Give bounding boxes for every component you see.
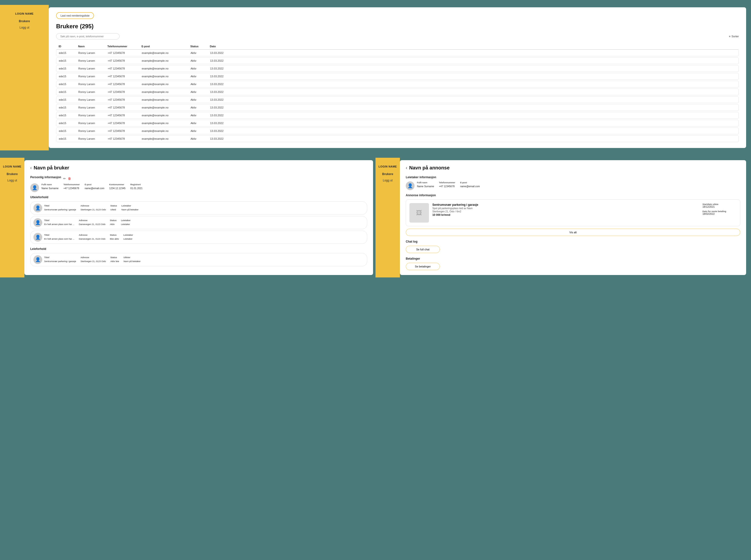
listing-status-val: Aktiv leie	[110, 260, 119, 263]
col-id: ID	[59, 45, 78, 48]
back-title-right: ‹ Navn på annonse	[406, 165, 740, 171]
edit-icon[interactable]: ✏	[63, 177, 66, 180]
chat-log-title: Chat log	[406, 240, 740, 243]
top-panel: LOGIN NAME Brukere Logg ut Last ned remi…	[0, 0, 751, 158]
delete-icon[interactable]: 🗑	[68, 177, 71, 180]
table-cell: Ronny Larsen	[78, 106, 108, 109]
see-chat-button[interactable]: Se full chat	[406, 246, 440, 253]
table-cell: 13.03.2022	[210, 106, 239, 109]
detail-sidebar-left-brukere[interactable]: Brukere	[6, 172, 18, 176]
ad-sub1: Spot på parkeringsplass leid av Navn	[432, 207, 699, 210]
next-payment-block: Dato for neste betaling 18/02/2022	[702, 210, 737, 215]
table-row[interactable]: ede15Ronny Larsen+47 12345678example@exa…	[56, 112, 739, 119]
listing-address-val: Dansevegen 21, 0123 Oslo	[79, 238, 105, 240]
listing-title-col: Tittel En helt annen plass som har ...	[44, 234, 74, 241]
listing-tenant-val: Leietaker	[123, 238, 133, 240]
table-row[interactable]: ede15Ronny Larsen+47 12345678example@exa…	[56, 81, 739, 87]
phone-value: +47 12345678	[63, 187, 79, 190]
personal-info-section: Personlig informasjon ✏ 🗑 👤 Fullt navn N…	[30, 176, 367, 192]
table-row[interactable]: ede15Ronny Larsen+47 12345678example@exa…	[56, 88, 739, 95]
table-cell: 13.03.2022	[210, 67, 239, 70]
table-cell: 13.03.2022	[210, 83, 239, 85]
table-cell: ede15	[59, 122, 78, 125]
see-payments-button[interactable]: Se betalinger	[406, 263, 440, 270]
listing-avatar: 👤	[34, 218, 42, 227]
detail-sidebar-right: LOGIN NAME Brukere Logg ut	[376, 158, 400, 277]
table-row[interactable]: ede15Ronny Larsen+47 12345678example@exa…	[56, 65, 739, 72]
table-row[interactable]: ede15Ronny Larsen+47 12345678example@exa…	[56, 120, 739, 126]
listing-title-label: Tittel	[44, 219, 74, 222]
leietaker-email-label: E-post	[460, 181, 480, 184]
listing-status-col: Status Ikke aktiv	[110, 234, 119, 241]
back-arrow-right[interactable]: ‹	[406, 165, 407, 171]
table-row[interactable]: ede15Ronny Larsen+47 12345678example@exa…	[56, 127, 739, 134]
detail-sidebar-right-brukere[interactable]: Brukere	[382, 172, 393, 176]
listing-cols: Tittel Sentrumsnær parkering i garasje A…	[44, 256, 364, 263]
sidebar-link-brukere[interactable]: Brukere	[19, 20, 30, 23]
back-title-left: ‹ Navn på bruker	[30, 165, 367, 171]
personal-info-row: 👤 Fullt navn Name Surname Telefonnummer …	[30, 183, 367, 192]
email-label: E-post	[85, 183, 104, 186]
leieforhold-row[interactable]: 👤 Tittel Sentrumsnær parkering i garasje…	[30, 253, 367, 266]
col-dato: Dato	[210, 45, 239, 48]
leietaker-phone-value: +47 12345678	[439, 185, 455, 188]
view-all-button[interactable]: Vis alt	[406, 229, 740, 236]
table-cell: Ronny Larsen	[78, 114, 108, 117]
table-row[interactable]: ede15Ronny Larsen+47 12345678example@exa…	[56, 73, 739, 80]
table-row[interactable]: ede15Ronny Larsen+47 12345678example@exa…	[56, 104, 739, 111]
table-cell: +47 12345678	[108, 83, 142, 85]
registered-value: 01.01.2021	[130, 187, 142, 190]
table-cell: 13.03.2022	[210, 114, 239, 117]
table-row[interactable]: ede15Ronny Larsen+47 12345678example@exa…	[56, 96, 739, 103]
listing-title-col: Tittel Sentrumsnær parkering i garasje	[44, 256, 76, 263]
leietaker-email-value: name@email.com	[460, 185, 480, 188]
listing-address-col: Adresse Stertivegen 21, 0123 Oslo	[80, 204, 106, 212]
table-rows: ede15Ronny Larsen+47 12345678example@exa…	[56, 49, 739, 142]
utleieforhold-row[interactable]: 👤 Tittel En helt annen plass som har ...…	[30, 216, 367, 229]
listing-tenant-label: Leietaker	[123, 234, 133, 236]
listing-tenant-label: Leietaker	[121, 204, 139, 207]
registered-label: Registrert	[130, 183, 142, 186]
listing-status-col: Status Aktiv leie	[110, 256, 119, 263]
listing-address-label: Adresse	[79, 234, 105, 236]
table-cell: +47 12345678	[108, 52, 142, 54]
listing-avatar: 👤	[34, 255, 42, 264]
utleieforhold-row[interactable]: 👤 Tittel Sentrumsnær parkering i garasje…	[30, 201, 367, 215]
leietaker-info-row: 👤 Fullt navn Name Surname Telefonnummer …	[406, 181, 740, 190]
table-row[interactable]: ede15Ronny Larsen+47 12345678example@exa…	[56, 57, 739, 64]
table-cell: ede15	[59, 137, 78, 140]
table-cell: ede15	[59, 98, 78, 101]
sort-button[interactable]: ≡ Sorter	[729, 35, 739, 38]
table-cell: Ronny Larsen	[78, 67, 108, 70]
table-cell: +47 12345678	[108, 122, 142, 125]
table-cell: example@example.no	[142, 91, 191, 93]
leietaker-avatar: 👤	[406, 181, 415, 190]
table-cell: Aktiv	[191, 129, 210, 133]
table-cell: example@example.no	[142, 83, 191, 85]
ad-sub2: Stertivegen 21, Oslo / 6m2	[432, 210, 699, 213]
load-remittering-button[interactable]: Last ned remiteringsliste	[56, 12, 94, 19]
back-arrow-left[interactable]: ‹	[30, 165, 32, 171]
table-cell: Aktiv	[191, 67, 210, 70]
detail-sidebar-left-loggut[interactable]: Logg ut	[7, 179, 17, 182]
table-cell: ede15	[59, 129, 78, 133]
utleieforhold-row[interactable]: 👤 Tittel En helt annen plass som har ...…	[30, 231, 367, 244]
sidebar-link-loggut[interactable]: Logg ut	[20, 26, 29, 29]
table-row[interactable]: ede15Ronny Larsen+47 12345678example@exa…	[56, 49, 739, 56]
leietaker-phone-col: Telefonnummer +47 12345678	[439, 181, 455, 188]
table-cell: Aktiv	[191, 106, 210, 109]
start-date-label: Startdato utleie	[702, 203, 737, 205]
table-cell: +47 12345678	[108, 106, 142, 109]
search-input[interactable]	[56, 33, 119, 40]
annonse-info-title: Annonse informasjon	[406, 194, 740, 197]
table-row[interactable]: ede15Ronny Larsen+47 12345678example@exa…	[56, 135, 739, 142]
table-cell: example@example.no	[142, 137, 191, 140]
detail-sidebar-right-loggut[interactable]: Logg ut	[383, 179, 392, 182]
listing-tenant-col: Leietaker Leietaker	[123, 234, 133, 241]
listing-status-label: Status	[110, 204, 117, 207]
listing-cols: Tittel En helt annen plass som har ... A…	[44, 219, 364, 226]
listing-avatar: 👤	[34, 204, 42, 212]
table-cell: 13.03.2022	[210, 98, 239, 101]
table-cell: example@example.no	[142, 52, 191, 54]
listing-title-label: Tittel	[44, 256, 76, 259]
